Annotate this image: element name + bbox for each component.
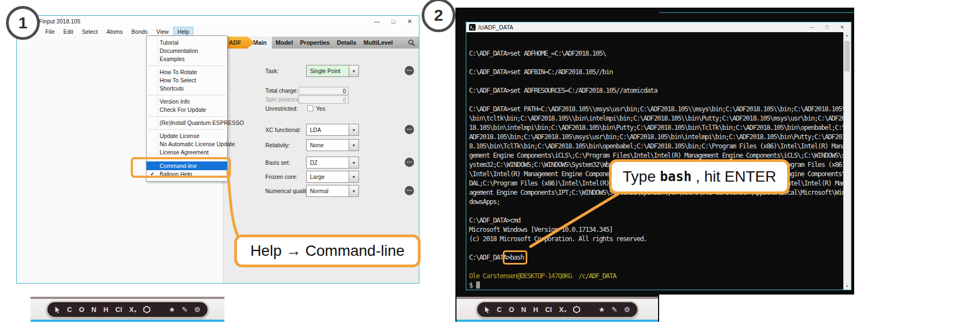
unrestricted-checkbox[interactable]	[307, 105, 313, 111]
element-button[interactable]: N	[92, 306, 97, 314]
close-button[interactable]: ✕	[835, 22, 850, 32]
pointer-tool-icon[interactable]	[484, 306, 490, 314]
help-menu-item[interactable]: ✔ Shortcuts	[147, 85, 227, 93]
task-value: Single Point	[307, 68, 349, 74]
element-button[interactable]: H	[104, 306, 109, 314]
element-button[interactable]: Cl	[115, 306, 123, 314]
total-charge-field[interactable]: 0	[299, 87, 349, 95]
help-menu-item[interactable]: ✔ License Agreement	[147, 148, 227, 157]
ring-tool-icon[interactable]	[573, 305, 581, 314]
frozen-core-dropdown[interactable]: Large ▼	[306, 171, 359, 183]
menu-bar-item[interactable]: Atoms	[102, 27, 127, 37]
terminal-line	[469, 206, 844, 215]
tab-item[interactable]: MultiLevel	[363, 39, 393, 46]
terminal-line: Microsoft Windows [Version 10.0.17134.34…	[469, 225, 844, 234]
minimize-button[interactable]: —	[369, 16, 385, 27]
chevron-down-icon[interactable]: ▼	[349, 185, 358, 196]
scrollbar[interactable]: ▲ ▼	[843, 32, 851, 290]
scrollbar-thumb[interactable]	[844, 41, 850, 71]
element-button[interactable]: X▾	[559, 306, 566, 314]
terminal-line: dowsApps;	[469, 197, 844, 206]
element-button[interactable]: O	[79, 306, 85, 314]
terminal-line: C:\ADF_DATA>cmd	[469, 215, 844, 225]
help-menu-item[interactable]: ✔	[148, 95, 226, 95]
task-label: Task:	[265, 68, 279, 74]
help-menu-item[interactable]: ✔ How To Rotate	[147, 68, 227, 76]
pen-tool-icon[interactable]: ✎	[181, 305, 187, 314]
menu-bar-item[interactable]: Select	[77, 27, 102, 37]
terminal-line: \bin\tcltk\bin;C:\ADF2018.105\\bin\intel…	[469, 113, 844, 123]
help-menu-item[interactable]: ✔ (Re)Install Quantum ESPRESSO	[147, 119, 227, 127]
tab-item[interactable]: Details	[337, 39, 356, 46]
help-menu-item[interactable]: ✔ How To Select	[147, 76, 227, 85]
maximize-button[interactable]: □	[819, 22, 835, 32]
terminal-line	[469, 76, 844, 86]
minimize-button[interactable]: —	[804, 22, 819, 32]
menu-bar-item[interactable]: File	[41, 27, 59, 37]
element-button[interactable]: H	[533, 306, 539, 314]
favorites-star-icon[interactable]: ★	[169, 305, 175, 314]
type-bash-annotation: Type bash , hit ENTER	[609, 159, 790, 194]
numerical-quality-dropdown[interactable]: Normal ▼	[306, 185, 359, 197]
chevron-down-icon[interactable]: ▼	[349, 140, 358, 151]
maximize-button[interactable]: □	[385, 16, 401, 27]
adfinput-titlebar[interactable]: ADFinput 2018.105 — □ ✕	[17, 16, 419, 27]
terminal-line	[469, 95, 844, 104]
element-button[interactable]: N	[521, 306, 527, 314]
terminal-titlebar[interactable]: /c/ADF_DATA — □ ✕	[466, 22, 851, 32]
chevron-down-icon[interactable]: ▼	[349, 171, 358, 182]
help-menu-item[interactable]: ✔ Tutorial	[147, 39, 227, 47]
terminal-line: $	[469, 280, 844, 290]
step-2-number: 2	[434, 6, 443, 25]
help-menu-item[interactable]: ✔	[148, 65, 226, 66]
pointer-tool-icon[interactable]	[54, 306, 60, 314]
help-menu-item[interactable]: ✔ Update License	[147, 132, 227, 140]
task-more-button[interactable]: ···	[405, 66, 414, 75]
chevron-down-icon[interactable]: ▼	[349, 157, 358, 168]
tutorial-page: 1 2 ADFinput 2018.105 — □ ✕ SCMFileEditS…	[0, 0, 980, 324]
basis-more-button[interactable]: ···	[405, 158, 414, 167]
settings-gear-icon[interactable]: ⚙	[624, 305, 630, 314]
xc-more-button[interactable]: ···	[405, 125, 414, 134]
frozen-core-value: Large	[307, 173, 349, 180]
ring-tool-icon[interactable]	[143, 305, 151, 314]
help-menu-item[interactable]: ✔ Examples	[147, 55, 227, 63]
search-icon[interactable]	[408, 39, 415, 49]
quality-more-button[interactable]: ···	[405, 186, 414, 195]
terminal-window: /c/ADF_DATA — □ ✕ C:\ADF_DATA>set ADFHOM…	[466, 22, 851, 290]
element-button[interactable]: O	[509, 306, 515, 314]
xc-functional-value: LDA	[307, 127, 349, 133]
task-dropdown[interactable]: Single Point ▼	[306, 65, 359, 77]
element-button[interactable]: C	[67, 306, 72, 314]
frozen-core-label: Frozen core:	[265, 173, 297, 180]
help-menu-item[interactable]: ✔ Check For Update	[147, 106, 227, 114]
help-commandline-annotation: Help → Command-line	[234, 235, 421, 267]
chevron-down-icon[interactable]: ▼	[349, 124, 358, 135]
help-menu-item[interactable]: ✔ Documentation	[147, 47, 227, 55]
pen-tool-icon[interactable]: ✎	[611, 305, 617, 314]
chevron-down-icon[interactable]: ▼	[349, 65, 358, 76]
element-button[interactable]: X▾	[129, 306, 136, 314]
xc-functional-dropdown[interactable]: LDA ▼	[306, 124, 359, 136]
scroll-down-icon[interactable]: ▼	[844, 285, 850, 288]
relativity-dropdown[interactable]: None ▼	[306, 139, 359, 151]
tab-item[interactable]: Properties	[300, 39, 330, 46]
basis-set-dropdown[interactable]: DZ ▼	[306, 157, 359, 169]
scroll-up-icon[interactable]: ▲	[844, 34, 850, 37]
basis-set-label: Basis set:	[265, 159, 290, 166]
help-menu-item[interactable]: ✔	[148, 116, 226, 117]
help-menu-item[interactable]: ✔ Version Info	[147, 98, 227, 106]
menu-bar-item[interactable]: Edit	[59, 27, 77, 37]
annotation-code-text: bash	[660, 169, 692, 184]
close-button[interactable]: ✕	[401, 16, 418, 27]
element-toolbar-strip-right: CONHClX▾ ★ ✎ ⚙	[456, 297, 658, 322]
terminal-line: 18.105\bin\intelmpi\bin;C:\ADF2018.105\b…	[469, 123, 844, 132]
tab-item[interactable]: Model	[276, 39, 293, 46]
terminal-line	[469, 58, 844, 67]
favorites-star-icon[interactable]: ★	[599, 305, 605, 314]
settings-gear-icon[interactable]: ⚙	[194, 305, 200, 314]
element-button[interactable]: C	[497, 306, 502, 314]
element-button[interactable]: Cl	[545, 306, 553, 314]
help-menu-item[interactable]: ✔ No Automatic License Update	[147, 140, 227, 148]
help-menu-item[interactable]: ✔	[148, 129, 226, 130]
